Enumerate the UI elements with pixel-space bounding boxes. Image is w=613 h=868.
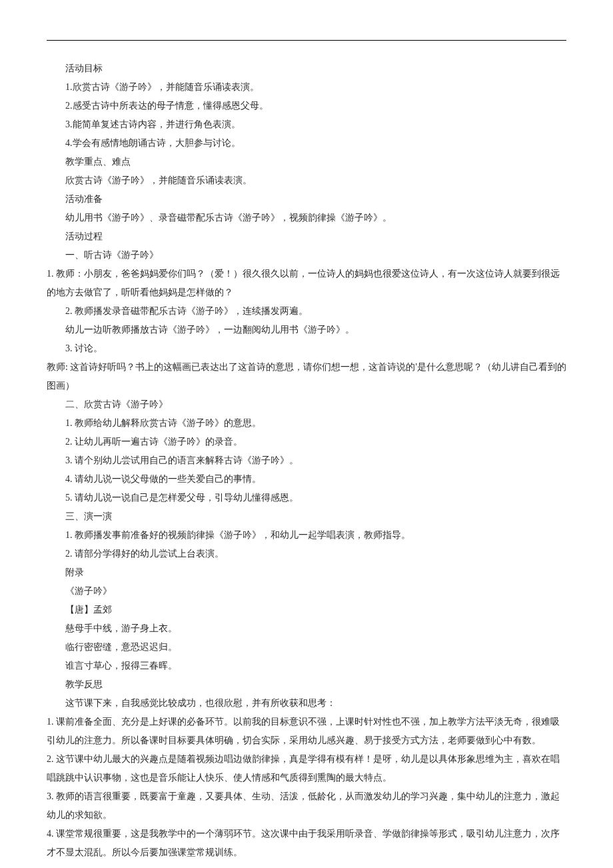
paragraph: 慈母手中线，游子身上衣。 [47, 619, 566, 638]
paragraph: 【唐】孟郊 [47, 601, 566, 619]
paragraph: 二、欣赏古诗《游子吟》 [47, 395, 566, 414]
paragraph: 临行密密缝，意恐迟迟归。 [47, 638, 566, 657]
paragraph: 4. 请幼儿说一说父母做的一些关爱自己的事情。 [47, 470, 566, 489]
paragraph: 幼儿用书《游子吟》、录音磁带配乐古诗《游子吟》，视频韵律操《游子吟》。 [47, 209, 566, 227]
paragraph: 教学反思 [47, 675, 566, 694]
paragraph: 4.学会有感情地朗诵古诗，大胆参与讨论。 [47, 134, 566, 153]
paragraph: 1. 课前准备全面、充分是上好课的必备环节。以前我的目标意识不强，上课时针对性也… [47, 713, 566, 750]
paragraph: 活动过程 [47, 227, 566, 246]
paragraph: 这节课下来，自我感觉比较成功，也很欣慰，并有所收获和思考： [47, 694, 566, 713]
paragraph: 2. 请部分学得好的幼儿尝试上台表演。 [47, 545, 566, 563]
paragraph: 1. 教师：小朋友，爸爸妈妈爱你们吗？（爱！）很久很久以前，一位诗人的妈妈也很爱… [47, 265, 566, 302]
paragraph: 1. 教师给幼儿解释欣赏古诗《游子吟》的意思。 [47, 414, 566, 433]
paragraph: 三、演一演 [47, 507, 566, 526]
paragraph: 3.能简单复述古诗内容，并进行角色表演。 [47, 115, 566, 134]
paragraph: 3. 教师的语言很重要，既要富于童趣，又要具体、生动、活泼，低龄化，从而激发幼儿… [47, 787, 566, 825]
paragraph: 2. 这节课中幼儿最大的兴趣点是随着视频边唱边做韵律操，真是学得有模有样！是呀，… [47, 750, 566, 787]
paragraph: 教学重点、难点 [47, 153, 566, 171]
paragraph: 3. 讨论。 [47, 339, 566, 358]
paragraph: 活动目标 [47, 59, 566, 78]
paragraph: 2.感受古诗中所表达的母子情意，懂得感恩父母。 [47, 97, 566, 115]
paragraph: 教师: 这首诗好听吗？书上的这幅画已表达出了这首诗的意思，请你们想一想，这首诗说… [47, 358, 566, 395]
document-page: 活动目标1.欣赏古诗《游子吟》，并能随音乐诵读表演。2.感受古诗中所表达的母子情… [0, 0, 613, 868]
paragraph: 谁言寸草心，报得三春晖。 [47, 657, 566, 675]
top-rule [47, 40, 566, 41]
paragraph: 2. 教师播发录音磁带配乐古诗《游子吟》，连续播发两遍。 [47, 302, 566, 321]
paragraph: 《游子吟》 [47, 582, 566, 601]
paragraph: 附录 [47, 563, 566, 582]
paragraph: 活动准备 [47, 190, 566, 209]
paragraph: 3. 请个别幼儿尝试用自己的语言来解释古诗《游子吟》。 [47, 451, 566, 470]
paragraph: 欣赏古诗《游子吟》，并能随音乐诵读表演。 [47, 171, 566, 190]
paragraph: 4. 课堂常规很重要，这是我教学中的一个薄弱环节。这次课中由于我采用听录音、学做… [47, 825, 566, 862]
paragraph: 幼儿一边听教师播放古诗《游子吟》，一边翻阅幼儿用书《游子吟》。 [47, 321, 566, 339]
paragraph: 一、听古诗《游子吟》 [47, 246, 566, 265]
paragraph: 2. 让幼儿再听一遍古诗《游子吟》的录音。 [47, 433, 566, 451]
paragraph: 1. 教师播发事前准备好的视频韵律操《游子吟》，和幼儿一起学唱表演，教师指导。 [47, 526, 566, 545]
paragraph: 5. 请幼儿说一说自己是怎样爱父母，引导幼儿懂得感恩。 [47, 489, 566, 507]
paragraph: 1.欣赏古诗《游子吟》，并能随音乐诵读表演。 [47, 78, 566, 97]
document-body: 活动目标1.欣赏古诗《游子吟》，并能随音乐诵读表演。2.感受古诗中所表达的母子情… [47, 59, 566, 862]
